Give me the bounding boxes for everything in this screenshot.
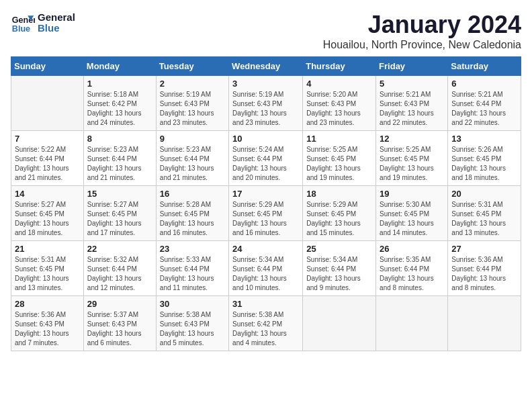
day-number: 13	[451, 134, 517, 144]
day-number: 11	[306, 134, 372, 144]
day-info: Sunrise: 5:24 AMSunset: 6:44 PMDaylight:…	[232, 145, 299, 183]
day-number: 3	[232, 79, 299, 89]
location-subtitle: Houailou, North Province, New Caledonia	[323, 39, 521, 51]
day-number: 2	[160, 79, 225, 89]
calendar-cell	[11, 76, 84, 131]
day-number: 23	[160, 244, 225, 254]
day-number: 25	[306, 244, 372, 254]
calendar-cell: 3Sunrise: 5:19 AMSunset: 6:43 PMDaylight…	[229, 76, 303, 131]
calendar-cell: 15Sunrise: 5:27 AMSunset: 6:45 PMDayligh…	[83, 186, 156, 241]
weekday-header: Tuesday	[156, 57, 228, 76]
calendar-cell: 10Sunrise: 5:24 AMSunset: 6:44 PMDayligh…	[229, 131, 303, 186]
day-info: Sunrise: 5:33 AMSunset: 6:44 PMDaylight:…	[160, 255, 225, 293]
calendar-cell: 2Sunrise: 5:19 AMSunset: 6:43 PMDaylight…	[156, 76, 228, 131]
day-info: Sunrise: 5:27 AMSunset: 6:45 PMDaylight:…	[15, 200, 80, 238]
day-info: Sunrise: 5:29 AMSunset: 6:45 PMDaylight:…	[306, 200, 372, 238]
calendar-cell: 5Sunrise: 5:21 AMSunset: 6:43 PMDaylight…	[376, 76, 448, 131]
calendar-week-row: 14Sunrise: 5:27 AMSunset: 6:45 PMDayligh…	[11, 186, 521, 241]
calendar-cell	[448, 296, 521, 351]
calendar-cell: 8Sunrise: 5:23 AMSunset: 6:44 PMDaylight…	[83, 131, 156, 186]
weekday-header: Wednesday	[229, 57, 303, 76]
weekday-header: Saturday	[448, 57, 521, 76]
day-number: 30	[160, 299, 225, 309]
calendar-week-row: 7Sunrise: 5:22 AMSunset: 6:44 PMDaylight…	[11, 131, 521, 186]
title-area: January 2024 Houailou, North Province, N…	[323, 11, 521, 51]
calendar-cell: 9Sunrise: 5:23 AMSunset: 6:44 PMDaylight…	[156, 131, 228, 186]
weekday-header: Friday	[376, 57, 448, 76]
day-number: 9	[160, 134, 225, 144]
calendar-week-row: 21Sunrise: 5:31 AMSunset: 6:45 PMDayligh…	[11, 241, 521, 296]
calendar-cell: 29Sunrise: 5:37 AMSunset: 6:43 PMDayligh…	[83, 296, 156, 351]
day-number: 31	[232, 299, 299, 309]
calendar-cell: 26Sunrise: 5:35 AMSunset: 6:44 PMDayligh…	[376, 241, 448, 296]
day-number: 12	[380, 134, 444, 144]
logo-icon: General Blue	[11, 11, 35, 35]
calendar-cell: 11Sunrise: 5:25 AMSunset: 6:45 PMDayligh…	[303, 131, 376, 186]
logo-line2: Blue	[38, 23, 75, 34]
day-info: Sunrise: 5:23 AMSunset: 6:44 PMDaylight:…	[87, 145, 152, 183]
day-number: 16	[160, 189, 225, 199]
calendar-cell: 1Sunrise: 5:18 AMSunset: 6:42 PMDaylight…	[83, 76, 156, 131]
day-info: Sunrise: 5:21 AMSunset: 6:44 PMDaylight:…	[451, 90, 517, 128]
day-number: 29	[87, 299, 152, 309]
calendar-cell: 22Sunrise: 5:32 AMSunset: 6:44 PMDayligh…	[83, 241, 156, 296]
logo: General Blue General Blue	[11, 11, 75, 35]
day-info: Sunrise: 5:25 AMSunset: 6:45 PMDaylight:…	[306, 145, 372, 183]
weekday-header: Sunday	[11, 57, 84, 76]
day-info: Sunrise: 5:27 AMSunset: 6:45 PMDaylight:…	[87, 200, 152, 238]
calendar-cell: 24Sunrise: 5:34 AMSunset: 6:44 PMDayligh…	[229, 241, 303, 296]
weekday-header-row: SundayMondayTuesdayWednesdayThursdayFrid…	[11, 57, 521, 76]
day-number: 14	[15, 189, 80, 199]
calendar-cell: 4Sunrise: 5:20 AMSunset: 6:43 PMDaylight…	[303, 76, 376, 131]
calendar-cell: 7Sunrise: 5:22 AMSunset: 6:44 PMDaylight…	[11, 131, 84, 186]
day-info: Sunrise: 5:20 AMSunset: 6:43 PMDaylight:…	[306, 90, 372, 128]
day-info: Sunrise: 5:29 AMSunset: 6:45 PMDaylight:…	[232, 200, 299, 238]
calendar-cell: 12Sunrise: 5:25 AMSunset: 6:45 PMDayligh…	[376, 131, 448, 186]
day-info: Sunrise: 5:35 AMSunset: 6:44 PMDaylight:…	[380, 255, 444, 293]
day-number: 27	[451, 244, 517, 254]
calendar-cell: 30Sunrise: 5:38 AMSunset: 6:43 PMDayligh…	[156, 296, 228, 351]
day-info: Sunrise: 5:28 AMSunset: 6:45 PMDaylight:…	[160, 200, 225, 238]
day-number: 26	[380, 244, 444, 254]
day-info: Sunrise: 5:30 AMSunset: 6:45 PMDaylight:…	[380, 200, 444, 238]
day-number: 19	[380, 189, 444, 199]
day-info: Sunrise: 5:23 AMSunset: 6:44 PMDaylight:…	[160, 145, 225, 183]
day-info: Sunrise: 5:22 AMSunset: 6:44 PMDaylight:…	[15, 145, 80, 183]
day-number: 4	[306, 79, 372, 89]
calendar-cell: 17Sunrise: 5:29 AMSunset: 6:45 PMDayligh…	[229, 186, 303, 241]
day-number: 21	[15, 244, 80, 254]
day-info: Sunrise: 5:31 AMSunset: 6:45 PMDaylight:…	[15, 255, 80, 293]
header: General Blue General Blue January 2024 H…	[11, 11, 521, 51]
day-info: Sunrise: 5:19 AMSunset: 6:43 PMDaylight:…	[232, 90, 299, 128]
day-info: Sunrise: 5:26 AMSunset: 6:45 PMDaylight:…	[451, 145, 517, 183]
day-info: Sunrise: 5:38 AMSunset: 6:43 PMDaylight:…	[160, 310, 225, 348]
day-info: Sunrise: 5:36 AMSunset: 6:44 PMDaylight:…	[451, 255, 517, 293]
calendar-cell: 31Sunrise: 5:38 AMSunset: 6:42 PMDayligh…	[229, 296, 303, 351]
calendar-cell: 18Sunrise: 5:29 AMSunset: 6:45 PMDayligh…	[303, 186, 376, 241]
calendar-week-row: 1Sunrise: 5:18 AMSunset: 6:42 PMDaylight…	[11, 76, 521, 131]
calendar-cell: 14Sunrise: 5:27 AMSunset: 6:45 PMDayligh…	[11, 186, 84, 241]
calendar-cell: 28Sunrise: 5:36 AMSunset: 6:43 PMDayligh…	[11, 296, 84, 351]
day-info: Sunrise: 5:36 AMSunset: 6:43 PMDaylight:…	[15, 310, 80, 348]
calendar-cell: 19Sunrise: 5:30 AMSunset: 6:45 PMDayligh…	[376, 186, 448, 241]
calendar-week-row: 28Sunrise: 5:36 AMSunset: 6:43 PMDayligh…	[11, 296, 521, 351]
day-number: 17	[232, 189, 299, 199]
day-info: Sunrise: 5:37 AMSunset: 6:43 PMDaylight:…	[87, 310, 152, 348]
calendar-cell: 25Sunrise: 5:34 AMSunset: 6:44 PMDayligh…	[303, 241, 376, 296]
calendar-cell	[376, 296, 448, 351]
day-info: Sunrise: 5:34 AMSunset: 6:44 PMDaylight:…	[232, 255, 299, 293]
day-info: Sunrise: 5:21 AMSunset: 6:43 PMDaylight:…	[380, 90, 444, 128]
day-number: 18	[306, 189, 372, 199]
day-number: 8	[87, 134, 152, 144]
day-info: Sunrise: 5:38 AMSunset: 6:42 PMDaylight:…	[232, 310, 299, 348]
calendar-cell: 13Sunrise: 5:26 AMSunset: 6:45 PMDayligh…	[448, 131, 521, 186]
day-number: 24	[232, 244, 299, 254]
month-title: January 2024	[323, 11, 521, 39]
calendar-cell: 21Sunrise: 5:31 AMSunset: 6:45 PMDayligh…	[11, 241, 84, 296]
calendar-table: SundayMondayTuesdayWednesdayThursdayFrid…	[11, 56, 521, 351]
day-number: 15	[87, 189, 152, 199]
day-number: 7	[15, 134, 80, 144]
day-number: 22	[87, 244, 152, 254]
logo-line1: General	[38, 12, 75, 24]
day-info: Sunrise: 5:31 AMSunset: 6:45 PMDaylight:…	[451, 200, 517, 238]
